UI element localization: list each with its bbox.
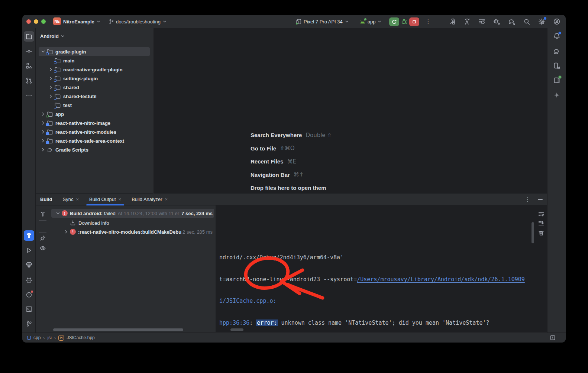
build-project-icon[interactable]	[449, 18, 456, 25]
tree-item-shared[interactable]: shared	[39, 83, 150, 92]
tree-item-shared-testutil[interactable]: shared-testutil	[39, 92, 150, 101]
library-badge	[46, 132, 49, 135]
chevron-down-icon	[60, 34, 65, 39]
run-config-name: app	[368, 19, 376, 25]
rerun-build-button[interactable]	[40, 211, 46, 217]
run-config-selector[interactable]: app	[368, 19, 382, 25]
app-quality-insights-tool-button[interactable]	[25, 262, 32, 268]
close-window-button[interactable]	[26, 19, 31, 24]
commit-tool-button[interactable]	[26, 48, 32, 55]
shortcut-keys: ⌘E	[287, 158, 296, 165]
project-view-selector[interactable]: Android	[40, 31, 65, 41]
build-output-console[interactable]: ndroid/.cxx/Debug/2nd4i3y6/arm64-v8a' t=…	[216, 205, 535, 332]
project-selector[interactable]: NitroExample	[63, 15, 101, 28]
trash-icon	[538, 230, 545, 236]
apply-code-changes-icon[interactable]	[493, 18, 500, 25]
breadcrumb-item[interactable]: JSICache.hpp	[67, 335, 94, 340]
search-icon[interactable]	[523, 18, 530, 25]
tab-build-output[interactable]: Build Output ×	[84, 194, 126, 205]
tree-item-app[interactable]: app	[39, 110, 150, 119]
tree-item-react-native-gradle-plugin[interactable]: react-native-gradle-plugin	[39, 65, 150, 74]
running-devices-button[interactable]	[553, 77, 560, 84]
tree-horizontal-scrollbar[interactable]	[53, 328, 183, 331]
event-log-button[interactable]	[550, 335, 556, 341]
pull-requests-tool-button[interactable]	[26, 77, 32, 84]
shortcut-label: Go to File	[251, 145, 276, 152]
device-manager-button[interactable]	[553, 62, 560, 69]
view-options-button[interactable]	[40, 245, 46, 252]
chevron-expanded-icon	[41, 49, 46, 54]
version-control-tool-button[interactable]	[26, 320, 32, 327]
zoom-window-button[interactable]	[41, 19, 46, 24]
console-file-link[interactable]: i/JSICache.cpp.o:	[219, 298, 277, 304]
project-tool-button[interactable]	[24, 31, 34, 42]
gradle-elephant-icon	[47, 147, 53, 152]
build-tool-button[interactable]	[24, 230, 34, 241]
soft-wrap-icon	[538, 211, 545, 217]
restart-activity-icon[interactable]	[478, 18, 485, 25]
resource-manager-tool-button[interactable]	[26, 62, 32, 69]
tab-build-analyzer[interactable]: Build Analyzer ×	[126, 194, 173, 205]
download-info-row[interactable]: Download info	[51, 218, 214, 227]
console-vertical-scrollbar[interactable]	[532, 222, 534, 243]
hide-panel-button[interactable]	[538, 199, 543, 200]
minimize-window-button[interactable]	[34, 19, 38, 24]
tree-item-settings-plugin[interactable]: settings-plugin	[39, 74, 150, 83]
notifications-button[interactable]	[553, 33, 560, 40]
clear-console-button[interactable]	[538, 230, 545, 236]
library-badge	[46, 123, 49, 126]
download-icon	[70, 220, 76, 226]
terminal-tool-button[interactable]	[26, 306, 32, 312]
console-horizontal-scrollbar[interactable]	[230, 328, 243, 331]
console-file-link[interactable]: /Users/mrousavy/Library/Android/sdk/ndk/…	[357, 276, 525, 283]
stop-button[interactable]	[409, 17, 419, 26]
soft-wrap-button[interactable]	[538, 211, 545, 217]
tree-item-test[interactable]: test	[39, 101, 150, 110]
project-tree: gradle-plugin main react-native-gradle-p…	[36, 47, 153, 154]
failed-task-row[interactable]: ! :react-native-nitro-modules:buildCMake…	[51, 227, 214, 236]
breadcrumb-separator: ›	[54, 335, 56, 341]
titlebar-actions	[449, 15, 560, 28]
ai-assistant-button[interactable]	[553, 92, 560, 98]
breadcrumb-item[interactable]: cpp	[33, 335, 41, 340]
console-text: ndroid/.cxx/Debug/2nd4i3y6/arm64-v8a' t=…	[219, 241, 535, 332]
problems-tool-button[interactable]	[26, 291, 32, 298]
library-badge	[46, 141, 49, 144]
tree-item-main[interactable]: main	[39, 56, 150, 65]
branch-selector[interactable]: docs/troubleshooting	[109, 15, 167, 28]
account-avatar-icon[interactable]	[553, 18, 560, 25]
run-tool-button[interactable]	[26, 247, 32, 254]
build-output-tree: ! Build android: failed At 14.10.24, 12:…	[50, 205, 216, 332]
breadcrumb-item[interactable]: jsi	[48, 335, 52, 340]
pin-tab-button[interactable]	[40, 235, 46, 241]
tree-item-react-native-safe-area-context[interactable]: react-native-safe-area-context	[39, 136, 150, 145]
panel-options-button[interactable]: ⋮	[525, 196, 530, 203]
tree-item-react-native-nitro-image[interactable]: react-native-nitro-image	[39, 119, 150, 127]
gradle-sync-icon[interactable]	[508, 18, 516, 25]
close-icon[interactable]: ×	[119, 197, 122, 202]
stop-square-icon	[411, 19, 417, 25]
rerun-button[interactable]	[389, 17, 399, 26]
tree-item-gradle-plugin[interactable]: gradle-plugin	[39, 47, 150, 56]
console-file-link[interactable]: hpp:36:36	[219, 320, 249, 326]
settings-button[interactable]	[538, 18, 545, 25]
more-tools-button[interactable]	[26, 92, 32, 99]
close-icon[interactable]: ×	[76, 197, 79, 202]
debug-button[interactable]	[401, 19, 407, 25]
device-selector[interactable]: Pixel 7 Pro API 34	[304, 19, 349, 25]
tab-sync[interactable]: Sync ×	[58, 194, 84, 205]
apply-changes-icon[interactable]	[463, 18, 471, 25]
tree-item-react-native-nitro-modules[interactable]: react-native-nitro-modules	[39, 127, 150, 136]
tree-item-gradle-scripts[interactable]: Gradle Scripts	[39, 145, 150, 154]
chevron-collapsed-icon	[48, 94, 54, 99]
build-root-row[interactable]: ! Build android: failed At 14.10.24, 12:…	[51, 209, 214, 218]
gradle-tool-button[interactable]	[553, 48, 560, 55]
error-badge-icon: !	[62, 210, 68, 216]
shortcut-keys: Double ⇧	[306, 132, 332, 139]
logcat-tool-button[interactable]	[25, 276, 32, 283]
close-icon[interactable]: ×	[165, 197, 168, 202]
cpp-module-icon	[27, 336, 31, 340]
scroll-to-end-button[interactable]	[538, 220, 545, 227]
more-run-options-button[interactable]: ⋮	[425, 18, 431, 25]
git-branch-icon	[109, 19, 114, 25]
